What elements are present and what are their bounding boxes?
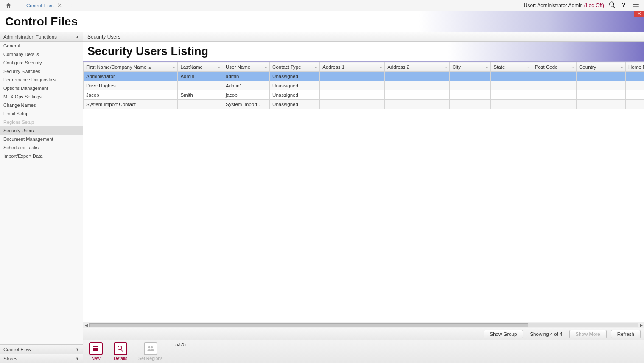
- close-icon[interactable]: ✕: [57, 2, 62, 8]
- chevron-up-icon: ▲: [76, 35, 79, 39]
- menu-button[interactable]: [632, 1, 640, 10]
- horizontal-scrollbar[interactable]: ◀ ▶: [83, 322, 644, 328]
- column-header[interactable]: City⌄: [450, 62, 491, 72]
- sidebar-footer-stores[interactable]: Stores▼: [0, 354, 83, 363]
- sidebar-item-options-management[interactable]: Options Management: [0, 84, 83, 92]
- scroll-left-icon[interactable]: ◀: [83, 323, 89, 327]
- sidebar-item-regions-setup: Regions Setup: [0, 118, 83, 126]
- sidebar-item-security-switches[interactable]: Security Switches: [0, 67, 83, 75]
- calendar-new-icon: [92, 345, 100, 352]
- new-button[interactable]: New: [89, 342, 103, 361]
- column-header[interactable]: Address 2⌄: [385, 62, 450, 72]
- filter-dropdown-icon[interactable]: ⌄: [264, 65, 268, 69]
- hamburger-icon: [632, 1, 640, 8]
- chevron-down-icon: ▼: [76, 357, 79, 361]
- sidebar-item-security-users[interactable]: Security Users: [0, 126, 83, 135]
- filter-dropdown-icon[interactable]: ⌄: [379, 65, 383, 69]
- column-header[interactable]: Address 1⌄: [320, 62, 385, 72]
- sidebar-item-document-management[interactable]: Document Management: [0, 135, 83, 143]
- home-button[interactable]: [0, 0, 17, 11]
- page-heading-row: Security Users Listing: [83, 42, 644, 62]
- table-cell: [450, 72, 491, 81]
- column-header[interactable]: Home Phone⌄: [625, 62, 644, 72]
- table-cell: [625, 100, 644, 109]
- sidebar-footer-control-files[interactable]: Control Files▼: [0, 344, 83, 354]
- search-icon: [608, 1, 616, 8]
- table-cell: [491, 81, 532, 90]
- table-cell: [577, 100, 626, 109]
- sidebar-item-mex-ops-settings[interactable]: MEX Ops Settings: [0, 92, 83, 101]
- filter-dropdown-icon[interactable]: ⌄: [314, 65, 318, 69]
- sidebar-item-configure-security[interactable]: Configure Security: [0, 59, 83, 67]
- table-cell: [577, 90, 626, 100]
- sidebar-item-performance-diagnostics[interactable]: Performance Diagnostics: [0, 75, 83, 84]
- scroll-right-icon[interactable]: ▶: [638, 323, 644, 327]
- table-cell: [491, 90, 532, 100]
- table-row[interactable]: Dave HughesAdmin1Unassigned: [84, 81, 644, 90]
- table-cell: [532, 100, 576, 109]
- list-footer: Show Group Showing 4 of 4 Show More Refr…: [83, 328, 644, 340]
- filter-dropdown-icon[interactable]: ⌄: [527, 65, 530, 69]
- sidebar: Administration Functions ▲ GeneralCompan…: [0, 32, 83, 363]
- set-regions-button: Set Regions: [138, 342, 162, 361]
- table-cell: [450, 90, 491, 100]
- table-cell: Administrator: [84, 72, 178, 81]
- show-group-button[interactable]: Show Group: [484, 330, 524, 338]
- table-cell: System Import..: [223, 100, 270, 109]
- filter-dropdown-icon[interactable]: ⌄: [218, 65, 221, 69]
- table-cell: [385, 90, 450, 100]
- filter-dropdown-icon[interactable]: ⌄: [485, 65, 489, 69]
- table-cell: System Import Contact: [84, 100, 178, 109]
- table-cell: Admin: [178, 72, 223, 81]
- content-area: Security Users Security Users Listing Fi…: [83, 32, 644, 363]
- column-header[interactable]: Post Code⌄: [532, 62, 576, 72]
- column-header[interactable]: State⌄: [491, 62, 532, 72]
- filter-dropdown-icon[interactable]: ⌄: [571, 65, 574, 69]
- column-header[interactable]: First Name/Company Name ▲⌄: [84, 62, 178, 72]
- sidebar-item-general[interactable]: General: [0, 42, 83, 50]
- log-off-link[interactable]: (Log Off): [584, 3, 604, 8]
- tab-bar: Control Files ✕ User: Administrator Admi…: [0, 0, 644, 11]
- scroll-thumb[interactable]: [89, 323, 528, 327]
- magnifier-icon: [117, 345, 124, 352]
- table-row[interactable]: System Import ContactSystem Import..Unas…: [84, 100, 644, 109]
- record-id: 5325: [175, 342, 185, 347]
- table-cell: Dave Hughes: [84, 81, 178, 90]
- help-button[interactable]: ?: [620, 1, 628, 10]
- sidebar-header-admin[interactable]: Administration Functions ▲: [0, 32, 83, 42]
- sidebar-item-import-export-data[interactable]: Import/Export Data: [0, 152, 83, 160]
- table-cell: [450, 100, 491, 109]
- search-button[interactable]: [608, 1, 616, 10]
- table-row[interactable]: AdministratorAdminadminUnassigned0422: [84, 72, 644, 81]
- refresh-button[interactable]: Refresh: [611, 330, 641, 338]
- details-button[interactable]: Details: [114, 342, 127, 361]
- filter-dropdown-icon[interactable]: ⌄: [620, 65, 624, 69]
- table-cell: [385, 81, 450, 90]
- filter-dropdown-icon[interactable]: ⌄: [444, 65, 448, 69]
- tab-control-files[interactable]: Control Files ✕: [17, 0, 68, 11]
- page-heading: Security Users Listing: [87, 45, 208, 58]
- table-cell: [320, 100, 385, 109]
- table-cell: Admin1: [223, 81, 270, 90]
- users-table: First Name/Company Name ▲⌄LastName⌄User …: [83, 62, 644, 109]
- window-close-button[interactable]: ✕: [634, 11, 644, 17]
- column-header[interactable]: Country⌄: [577, 62, 626, 72]
- help-icon: ?: [620, 1, 628, 8]
- table-header-row: First Name/Company Name ▲⌄LastName⌄User …: [84, 62, 644, 72]
- filter-dropdown-icon[interactable]: ⌄: [172, 65, 176, 69]
- sidebar-item-scheduled-tasks[interactable]: Scheduled Tasks: [0, 143, 83, 152]
- column-header[interactable]: LastName⌄: [178, 62, 223, 72]
- table-cell: [178, 81, 223, 90]
- sidebar-item-company-details[interactable]: Company Details: [0, 50, 83, 59]
- column-header[interactable]: Contact Type⌄: [270, 62, 320, 72]
- current-user: Administrator Admin: [537, 3, 582, 8]
- sidebar-item-email-setup[interactable]: Email Setup: [0, 109, 83, 118]
- column-header[interactable]: User Name⌄: [223, 62, 270, 72]
- toolbar: New Details Set Regions 5325: [83, 340, 644, 363]
- table-cell: [385, 100, 450, 109]
- table-row[interactable]: JacobSmithjacobUnassigned: [84, 90, 644, 100]
- table-cell: [491, 72, 532, 81]
- sidebar-item-change-names[interactable]: Change Names: [0, 101, 83, 109]
- breadcrumb: Security Users: [83, 32, 644, 42]
- table-cell: [385, 72, 450, 81]
